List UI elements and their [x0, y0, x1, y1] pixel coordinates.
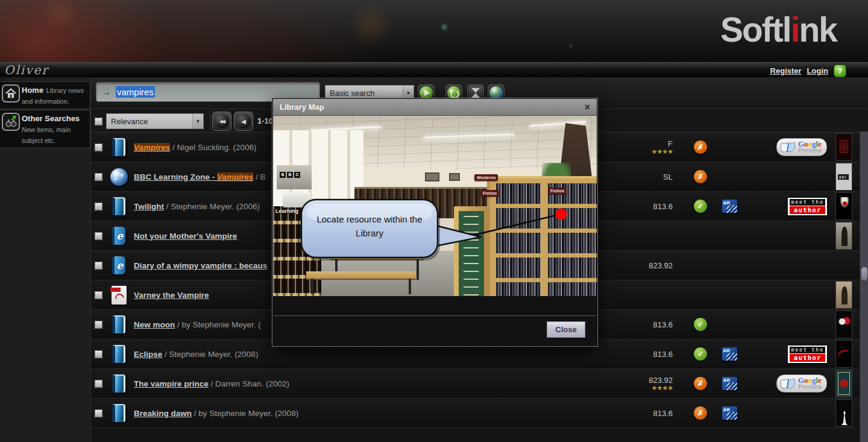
result-title-link[interactable]: BBC Learning Zone - Vampires	[134, 172, 253, 182]
call-number-cell: 813.6	[624, 320, 687, 329]
cover-cell	[835, 222, 854, 250]
title-text: The vampire prince	[134, 379, 209, 388]
author-label: author	[790, 206, 825, 214]
rating-stars: ★★★★	[624, 148, 673, 155]
title-text: Twilight	[134, 202, 164, 211]
result-title-link[interactable]: Breaking dawn	[134, 409, 192, 418]
result-row: Breaking dawn / by Stephenie Meyer. (200…	[91, 399, 868, 428]
web-globe-icon	[489, 86, 503, 99]
result-title-link[interactable]: The vampire prince	[134, 379, 209, 388]
meet-the-author-badge[interactable]: meet theauthor	[788, 346, 827, 363]
register-link[interactable]: Register	[770, 66, 802, 75]
dialog-body-space	[273, 296, 597, 315]
result-author-year: / Darren Shan. (2002)	[209, 379, 289, 388]
accelerated-reader-icon: AR	[722, 406, 737, 420]
select-all-checkbox[interactable]	[95, 118, 102, 125]
row-checkbox[interactable]	[95, 232, 102, 240]
open-book-icon	[781, 142, 795, 152]
globe-icon	[108, 165, 129, 189]
result-title: Eclipse / Stephenie Meyer. (2008)	[134, 350, 624, 359]
cover-thumbnail[interactable]	[835, 370, 852, 397]
help-button[interactable]: ?	[834, 65, 846, 77]
cover-thumbnail[interactable]	[835, 281, 852, 309]
ar-cell: AR	[714, 377, 745, 390]
meet-the-author-badge[interactable]: meet theauthor	[788, 198, 827, 215]
meet-the-label: meet the	[790, 347, 825, 353]
row-checkbox[interactable]	[95, 350, 102, 358]
cover-cell	[835, 340, 854, 368]
book-icon	[108, 135, 129, 159]
home-icon	[2, 84, 20, 103]
availability-cell: ✗	[687, 406, 714, 420]
cover-thumbnail[interactable]	[835, 340, 852, 368]
cover-thumbnail[interactable]	[835, 163, 852, 191]
cover-thumbnail[interactable]	[835, 222, 852, 250]
page-scrollbar-track[interactable]	[860, 131, 868, 442]
row-checkbox[interactable]	[95, 173, 102, 181]
search-go-icon	[420, 86, 433, 99]
meet-the-label: meet the	[790, 199, 825, 206]
cover-thumbnail[interactable]	[835, 399, 852, 427]
cover-thumbnail[interactable]	[835, 133, 852, 161]
book-icon	[112, 374, 125, 393]
ebook-icon: e	[112, 227, 125, 245]
title-text: Not your Mother's Vampire	[134, 232, 237, 241]
sort-select[interactable]: Relevance	[106, 113, 204, 129]
result-title: The vampire prince / Darren Shan. (2002)	[134, 379, 624, 388]
row-checkbox[interactable]	[95, 409, 102, 417]
row-checkbox[interactable]	[95, 262, 102, 270]
title-text: Varney the Vampire	[134, 291, 209, 300]
cover-thumbnail[interactable]	[835, 311, 852, 338]
cover-cell	[835, 163, 854, 191]
location-dot	[556, 209, 567, 220]
book-icon	[112, 345, 125, 363]
result-title-link[interactable]: Eclipse	[134, 350, 162, 359]
page-scrollbar-thumb[interactable]	[861, 267, 867, 280]
result-title-link[interactable]: Twilight	[134, 202, 164, 211]
result-title-link[interactable]: Varney the Vampire	[134, 291, 209, 300]
toolbar-divider	[210, 112, 210, 130]
row-checkbox[interactable]	[95, 321, 102, 329]
book-icon	[108, 401, 129, 425]
google-preview-button[interactable]: GooglePreview	[776, 138, 827, 156]
call-number: SL	[624, 172, 673, 182]
previous-page-icon	[236, 114, 251, 128]
cover-cell	[835, 133, 854, 161]
close-icon[interactable]: ×	[585, 103, 590, 112]
row-checkbox[interactable]	[95, 291, 102, 299]
availability-cell: ✗	[687, 140, 714, 154]
book-icon	[112, 138, 125, 156]
book-icon	[108, 371, 129, 396]
result-title-link[interactable]: Vampires	[134, 143, 170, 152]
google-preview-button[interactable]: GooglePreview	[776, 374, 827, 393]
result-title-link[interactable]: Diary of a wimpy vampire : becaus	[134, 261, 267, 270]
sidebar-item-desc: New items, main subject etc.	[22, 126, 71, 144]
badge-cell: GooglePreview	[745, 138, 835, 156]
cover-thumbnail[interactable]	[835, 192, 852, 220]
author-label: author	[790, 354, 825, 362]
callout-tail	[436, 226, 481, 246]
result-author-year: / Nigel Suckling. (2006)	[170, 143, 256, 152]
result-title-link[interactable]: New moon	[134, 320, 175, 329]
close-button[interactable]: Close	[547, 321, 585, 338]
result-range-label: 1-10	[257, 116, 273, 125]
book-icon	[112, 404, 125, 422]
rating-stars: ★★★★	[624, 385, 673, 391]
login-link[interactable]: Login	[807, 66, 828, 75]
row-checkbox[interactable]	[95, 380, 102, 388]
row-checkbox[interactable]	[95, 203, 102, 210]
row-checkbox[interactable]	[95, 144, 102, 151]
sort-value: Relevance	[107, 117, 192, 126]
first-page-button[interactable]	[212, 112, 231, 131]
search-mode-value: Basic search	[326, 89, 403, 98]
sidebar-item-text: Other Searches New items, main subject e…	[22, 113, 89, 145]
sidebar-item-other-searches[interactable]: Other Searches New items, main subject e…	[0, 110, 90, 148]
available-icon: ✓	[694, 347, 707, 361]
sidebar-item-home[interactable]: Home Library news and information.	[0, 81, 90, 109]
accelerated-reader-icon: AR	[722, 347, 737, 361]
previous-page-button[interactable]	[234, 112, 253, 131]
account-nav: Register Login ?	[770, 65, 846, 77]
result-title-link[interactable]: Not your Mother's Vampire	[134, 232, 237, 241]
result-title: Breaking dawn / by Stephenie Meyer. (200…	[134, 409, 624, 418]
search-arrow-icon	[101, 86, 116, 98]
